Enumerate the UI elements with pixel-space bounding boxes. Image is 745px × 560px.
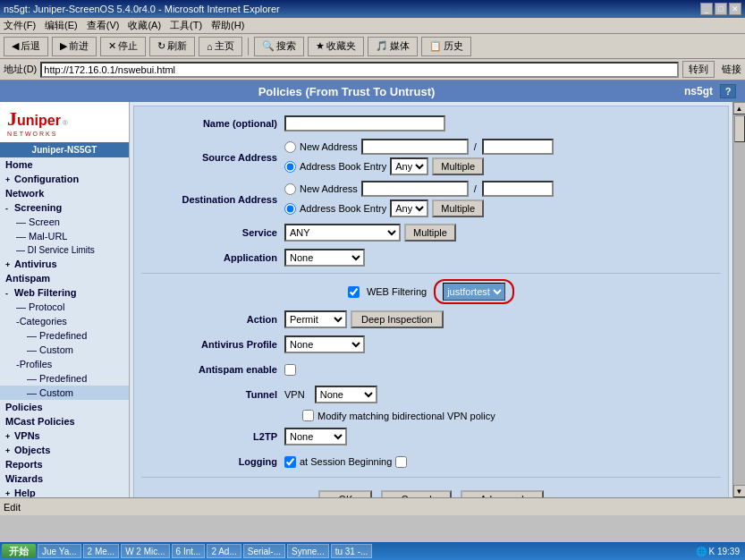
application-select[interactable]: None bbox=[284, 249, 365, 267]
sidebar-item-objects[interactable]: +Objects bbox=[0, 443, 129, 457]
sidebar-item-vpns[interactable]: +VPNs bbox=[0, 428, 129, 443]
close-btn[interactable]: ✕ bbox=[729, 3, 741, 15]
sidebar-item-reports[interactable]: Reports bbox=[0, 457, 129, 471]
stop-button[interactable]: ✕ 停止 bbox=[100, 37, 146, 56]
sidebar-item-wizards[interactable]: Wizards bbox=[0, 471, 129, 486]
vpn-none-select[interactable]: None bbox=[315, 386, 377, 403]
window-controls[interactable]: _ □ ✕ bbox=[700, 3, 741, 15]
source-new-address-radio[interactable] bbox=[284, 141, 296, 153]
sidebar-item-web-filtering[interactable]: -Web Filtering bbox=[0, 285, 129, 300]
scroll-thumb[interactable] bbox=[734, 115, 745, 142]
tunnel-label: Tunnel bbox=[141, 389, 284, 400]
start-button[interactable]: 开始 bbox=[2, 544, 36, 558]
sidebar-item-di-service-limits[interactable]: — DI Service Limits bbox=[0, 243, 129, 257]
sidebar-item-screen[interactable]: — Screen bbox=[0, 215, 129, 229]
menu-favorites[interactable]: 收藏(A) bbox=[128, 19, 161, 32]
sidebar-item-predefined2[interactable]: — Predefined bbox=[0, 371, 129, 386]
antivirus-profile-select[interactable]: None bbox=[284, 335, 365, 353]
taskbar-item-4[interactable]: 2 Ad... bbox=[207, 544, 241, 558]
sidebar-item-profiles[interactable]: -Profiles bbox=[0, 357, 129, 371]
web-filtering-checkbox[interactable] bbox=[348, 286, 360, 298]
taskbar-item-0[interactable]: Jue Ya... bbox=[38, 544, 81, 558]
search-button[interactable]: 🔍 搜索 bbox=[254, 37, 304, 56]
maximize-btn[interactable]: □ bbox=[715, 3, 727, 15]
taskbar-item-5[interactable]: Serial-... bbox=[243, 544, 285, 558]
sidebar-item-mal-url[interactable]: — Mal-URL bbox=[0, 229, 129, 243]
advanced-button[interactable]: Advanced bbox=[461, 490, 544, 497]
forward-button[interactable]: ▶ 前进 bbox=[52, 37, 97, 56]
sidebar-item-policies[interactable]: Policies bbox=[0, 400, 129, 414]
history-button[interactable]: 📋 历史 bbox=[421, 37, 471, 56]
action-select[interactable]: Permit bbox=[284, 310, 347, 328]
menu-help[interactable]: 帮助(H) bbox=[211, 19, 244, 32]
sidebar-item-custom2[interactable]: — Custom bbox=[0, 386, 129, 400]
sidebar-item-help[interactable]: +Help bbox=[0, 486, 129, 497]
plus-icon-help: + bbox=[5, 489, 14, 497]
back-button[interactable]: ◀ 后退 bbox=[4, 37, 48, 56]
dest-new-address-radio[interactable] bbox=[284, 183, 296, 195]
refresh-button[interactable]: ↻ 刷新 bbox=[149, 37, 195, 56]
minimize-btn[interactable]: _ bbox=[700, 3, 713, 15]
content-area: Name (optional) Source Address New Addre… bbox=[130, 102, 745, 497]
taskbar-item-6[interactable]: Synne... bbox=[287, 544, 329, 558]
sidebar-item-custom[interactable]: — Custom bbox=[0, 343, 129, 357]
logging-checkbox[interactable] bbox=[284, 456, 296, 468]
help-button[interactable]: ? bbox=[720, 84, 736, 98]
source-multiple-button[interactable]: Multiple bbox=[432, 157, 484, 175]
ok-button[interactable]: OK bbox=[318, 490, 372, 497]
antivirus-profile-label: Antivirus Profile bbox=[141, 339, 284, 350]
plus-icon-av: + bbox=[5, 260, 14, 269]
menu-tools[interactable]: 工具(T) bbox=[170, 19, 202, 32]
sidebar-item-mcast-policies[interactable]: MCast Policies bbox=[0, 414, 129, 428]
menu-edit[interactable]: 编辑(E) bbox=[45, 19, 78, 32]
name-input[interactable] bbox=[284, 115, 445, 132]
l2tp-none-select[interactable]: None bbox=[284, 428, 347, 445]
links-label: 链接 bbox=[722, 63, 741, 76]
dest-multiple-button[interactable]: Multiple bbox=[432, 199, 484, 217]
action-label: Action bbox=[141, 314, 284, 325]
dest-ab-select[interactable]: Any bbox=[390, 199, 428, 217]
home-button[interactable]: ⌂ 主页 bbox=[199, 37, 242, 56]
antispam-enable-checkbox[interactable] bbox=[284, 364, 296, 376]
menu-file[interactable]: 文件(F) bbox=[4, 19, 36, 32]
sidebar-item-network[interactable]: Network bbox=[0, 186, 129, 200]
dest-ab-radio[interactable] bbox=[284, 203, 296, 215]
sidebar: J uniper ® NETWORKS Juniper-NS5GT Home +… bbox=[0, 102, 130, 497]
taskbar-item-2[interactable]: W 2 Mic... bbox=[121, 544, 169, 558]
address-input[interactable] bbox=[40, 62, 679, 78]
service-select[interactable]: ANY bbox=[284, 224, 401, 242]
cancel-button[interactable]: Cancel bbox=[381, 490, 451, 497]
source-ab-radio[interactable] bbox=[284, 161, 296, 173]
source-new-addr-input2[interactable] bbox=[482, 139, 554, 155]
taskbar-item-3[interactable]: 6 Int... bbox=[172, 544, 206, 558]
sidebar-item-antispam[interactable]: Antispam bbox=[0, 271, 129, 285]
deep-inspection-button[interactable]: Deep Inspection bbox=[351, 310, 444, 328]
service-multiple-button[interactable]: Multiple bbox=[404, 224, 456, 242]
taskbar-item-7[interactable]: tu 31 -... bbox=[331, 544, 373, 558]
dest-new-addr-input1[interactable] bbox=[361, 181, 469, 197]
sidebar-item-home[interactable]: Home bbox=[0, 157, 129, 172]
media-button[interactable]: 🎵 媒体 bbox=[368, 37, 418, 56]
menu-view[interactable]: 查看(V) bbox=[87, 19, 120, 32]
sidebar-item-screening[interactable]: -Screening bbox=[0, 200, 129, 215]
taskbar-item-1[interactable]: 2 Me... bbox=[83, 544, 120, 558]
sidebar-item-antivirus[interactable]: +Antivirus bbox=[0, 257, 129, 271]
sidebar-item-protocol[interactable]: — Protocol bbox=[0, 300, 129, 314]
sidebar-item-predefined[interactable]: — Predefined bbox=[0, 328, 129, 343]
modify-vpn-checkbox[interactable] bbox=[302, 410, 314, 421]
source-ab-select[interactable]: Any bbox=[390, 157, 428, 175]
scroll-down-arrow[interactable]: ▼ bbox=[733, 485, 746, 497]
at-session-end-checkbox[interactable] bbox=[395, 456, 407, 468]
scroll-up-arrow[interactable]: ▲ bbox=[733, 102, 746, 115]
taskbar: 开始 Jue Ya... 2 Me... W 2 Mic... 6 Int...… bbox=[0, 542, 745, 560]
sidebar-item-configuration[interactable]: +Configuration bbox=[0, 172, 129, 186]
scroll-track[interactable] bbox=[733, 115, 745, 485]
favorites-button[interactable]: ★ 收藏夹 bbox=[308, 37, 364, 56]
source-new-addr-input1[interactable] bbox=[361, 139, 469, 155]
scrollbar[interactable]: ▲ ▼ bbox=[732, 102, 745, 497]
web-filtering-select[interactable]: justfortest bbox=[443, 283, 505, 301]
web-filtering-row: WEB Filtering justfortest bbox=[141, 279, 721, 304]
dest-new-addr-input2[interactable] bbox=[482, 181, 554, 197]
sidebar-item-categories[interactable]: -Categories bbox=[0, 314, 129, 328]
go-button[interactable]: 转到 bbox=[682, 61, 715, 78]
